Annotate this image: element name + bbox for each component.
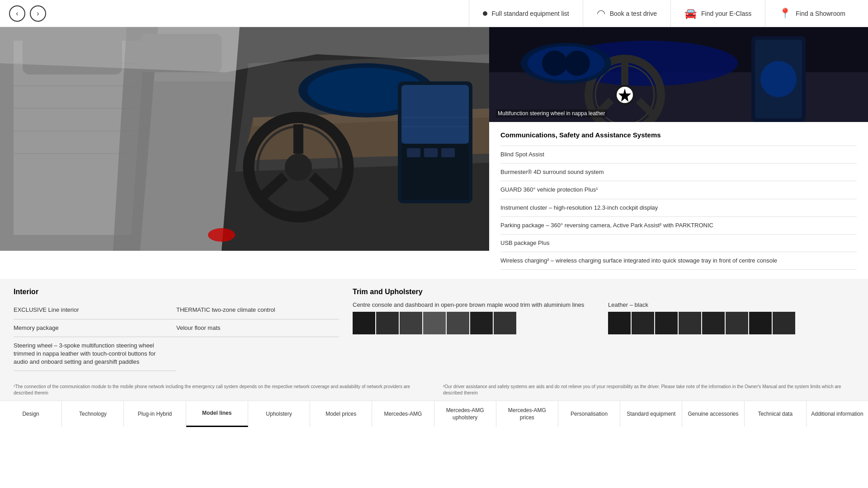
feature-item: Blind Spot Assist	[500, 145, 857, 164]
svg-point-13	[285, 154, 312, 181]
tab-mercedes-amg-prices[interactable]: Mercedes-AMG prices	[496, 401, 558, 427]
car-interior-svg	[0, 27, 489, 251]
find-showroom-label: Find a Showroom	[796, 10, 845, 17]
interior-section: Interior EXCLUSIVE Line interiorMemory p…	[14, 288, 339, 371]
swatch-left-3[interactable]	[423, 312, 446, 334]
interior-col1: EXCLUSIVE Line interiorMemory packageSte…	[14, 301, 176, 371]
svg-rect-25	[407, 148, 420, 157]
swatch-left-5[interactable]	[470, 312, 493, 334]
trim-left-label: Centre console and dashboard in open-por…	[353, 301, 599, 308]
tab-additional-information[interactable]: Additional information	[807, 401, 868, 427]
swatch-right-3[interactable]	[679, 312, 701, 334]
svg-point-45	[542, 51, 567, 76]
footnote-left: ¹The connection of the communication mod…	[14, 384, 425, 396]
full-equipment-label: Full standard equipment list	[492, 10, 569, 17]
features-title: Communications, Safety and Assistance Sy…	[500, 131, 857, 139]
top-nav: ‹ › Full standard equipment list ◠ Book …	[0, 0, 868, 27]
thumbnail-caption: Multifunction steering wheel in nappa le…	[496, 109, 607, 117]
car-interior-bg	[0, 27, 489, 251]
tab-design[interactable]: Design	[0, 401, 62, 427]
tab-genuine-accessories[interactable]: Genuine accessories	[682, 401, 744, 427]
swatch-right-6[interactable]	[749, 312, 772, 334]
tab-upholstery[interactable]: Upholstery	[248, 401, 310, 427]
find-eclass-label: Find your E-Class	[701, 10, 751, 17]
swatch-right-2[interactable]	[655, 312, 678, 334]
nav-links: Full standard equipment list ◠ Book a te…	[469, 0, 859, 27]
bottom-sections: Interior EXCLUSIVE Line interiorMemory p…	[0, 279, 868, 380]
interior-item: Memory package	[14, 319, 176, 337]
swatch-left-6[interactable]	[494, 312, 516, 334]
swatches-right	[608, 312, 854, 334]
feature-item: Instrument cluster – high-resolution 12.…	[500, 199, 857, 217]
swatch-left-0[interactable]	[353, 312, 375, 334]
main-image	[0, 27, 489, 251]
thumb-svg	[489, 27, 868, 122]
trim-heading: Trim and Upholstery	[353, 288, 854, 296]
swatch-right-5[interactable]	[726, 312, 748, 334]
tab-standard-equipment[interactable]: Standard equipment	[620, 401, 682, 427]
interior-item: Steering wheel – 3-spoke multifunction s…	[14, 337, 176, 371]
footnote-right: ²Our driver assistance and safety system…	[443, 384, 854, 396]
svg-rect-21	[401, 85, 469, 144]
steering-wheel-thumbnail	[489, 27, 868, 122]
svg-rect-26	[424, 148, 438, 157]
svg-point-42	[760, 61, 797, 97]
swatches-left	[353, 312, 599, 334]
tab-mercedes-amg-upholstery[interactable]: Mercedes-AMG upholstery	[434, 401, 496, 427]
trim-grid: Centre console and dashboard in open-por…	[353, 301, 854, 334]
tab-technology[interactable]: Technology	[62, 401, 124, 427]
trim-section: Trim and Upholstery Centre console and d…	[353, 288, 854, 371]
tab-container: DesignTechnologyPlug-in HybridModel line…	[0, 401, 868, 427]
trim-right: Leather – black	[608, 301, 854, 334]
tab-plug-in-hybrid[interactable]: Plug-in Hybrid	[124, 401, 186, 427]
interior-item: EXCLUSIVE Line interior	[14, 301, 176, 319]
footnotes: ¹The connection of the communication mod…	[0, 380, 868, 400]
features-list: Blind Spot AssistBurmester® 4D surround …	[500, 145, 857, 270]
interior-col2: THERMATIC two-zone climate controlVelour…	[176, 301, 339, 371]
swatch-right-0[interactable]	[608, 312, 631, 334]
svg-point-28	[208, 228, 235, 242]
steering-wheel-icon: ◠	[597, 8, 605, 19]
feature-item: Wireless charging² – wireless charging s…	[500, 252, 857, 270]
tab-model-lines[interactable]: Model lines	[186, 401, 248, 427]
features-section: Communications, Safety and Assistance Sy…	[489, 122, 868, 279]
tab-mercedes-amg[interactable]: Mercedes-AMG	[372, 401, 434, 427]
swatch-right-4[interactable]	[702, 312, 725, 334]
feature-item: GUARD 360° vehicle protection Plus¹	[500, 181, 857, 199]
swatch-left-2[interactable]	[400, 312, 422, 334]
feature-item: Burmester® 4D surround sound system	[500, 164, 857, 181]
right-panel: Multifunction steering wheel in nappa le…	[489, 27, 868, 279]
interior-item: Velour floor mats	[176, 319, 339, 337]
nav-arrows: ‹ ›	[9, 5, 46, 22]
car-icon: 🚘	[684, 8, 697, 19]
swatch-left-4[interactable]	[447, 312, 469, 334]
thumbnail-image: Multifunction steering wheel in nappa le…	[489, 27, 868, 122]
test-drive-link[interactable]: ◠ Book a test drive	[583, 0, 670, 27]
svg-point-46	[565, 51, 590, 76]
swatch-right-1[interactable]	[632, 312, 654, 334]
feature-item: Parking package – 360° reversing camera,…	[500, 217, 857, 235]
swatch-right-7[interactable]	[773, 312, 795, 334]
swatch-left-1[interactable]	[376, 312, 399, 334]
interior-grid: EXCLUSIVE Line interiorMemory packageSte…	[14, 301, 339, 371]
location-icon: 📍	[779, 8, 791, 19]
full-equipment-link[interactable]: Full standard equipment list	[469, 0, 583, 27]
feature-item: USB package Plus	[500, 235, 857, 252]
interior-item: THERMATIC two-zone climate control	[176, 301, 339, 319]
test-drive-label: Book a test drive	[610, 10, 657, 17]
find-showroom-link[interactable]: 📍 Find a Showroom	[765, 0, 859, 27]
tab-personalisation[interactable]: Personalisation	[558, 401, 620, 427]
bottom-tabs: DesignTechnologyPlug-in HybridModel line…	[0, 400, 868, 427]
next-arrow[interactable]: ›	[30, 5, 46, 22]
tab-model-prices[interactable]: Model prices	[310, 401, 372, 427]
interior-heading: Interior	[14, 288, 339, 296]
tab-technical-data[interactable]: Technical data	[745, 401, 807, 427]
find-eclass-link[interactable]: 🚘 Find your E-Class	[670, 0, 765, 27]
dot-icon	[483, 11, 487, 16]
prev-arrow[interactable]: ‹	[9, 5, 25, 22]
trim-right-label: Leather – black	[608, 301, 854, 308]
trim-left: Centre console and dashboard in open-por…	[353, 301, 599, 334]
main-content: Multifunction steering wheel in nappa le…	[0, 27, 868, 279]
svg-rect-27	[441, 148, 455, 157]
